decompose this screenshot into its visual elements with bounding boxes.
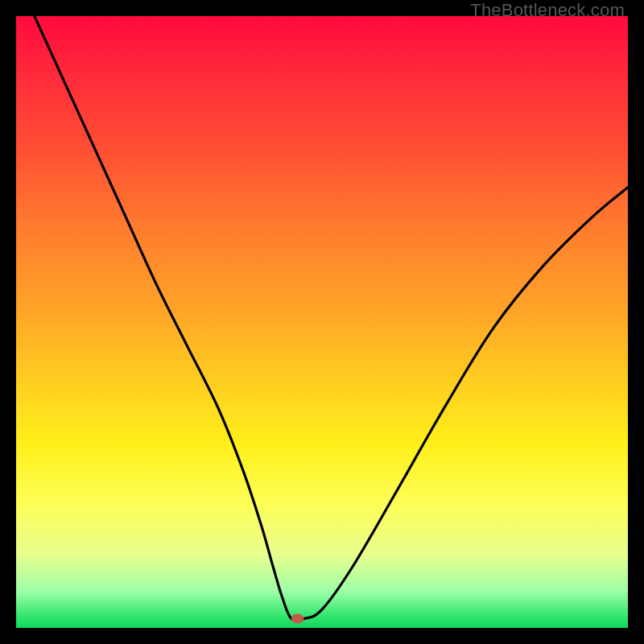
curve-layer <box>16 16 628 628</box>
chart-frame: TheBottleneck.com <box>0 0 644 644</box>
plot-area <box>16 16 628 628</box>
optimal-point-marker <box>291 614 304 624</box>
bottleneck-curve <box>35 16 628 621</box>
